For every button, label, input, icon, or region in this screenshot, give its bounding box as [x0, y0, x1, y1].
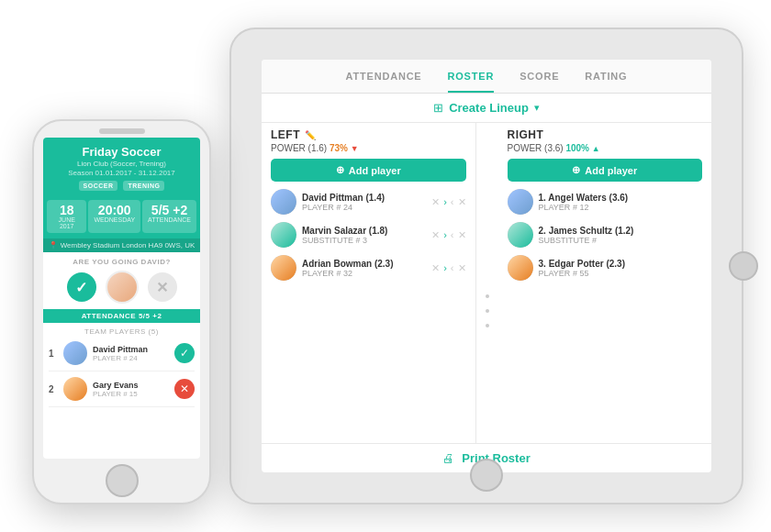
right-add-player-button[interactable]: ⊕ Add player — [508, 159, 703, 182]
roster-teams: LEFT ✏️ POWER (1.6) 73% ▼ ⊕ Add player — [262, 123, 711, 443]
left-player-1-avatar — [271, 189, 296, 215]
delete-left-3-icon[interactable]: ✕ — [458, 262, 466, 274]
left-player-3-name: Adrian Bowman (2.3) — [302, 259, 426, 269]
left-player-1-name: David Pittman (1.4) — [302, 193, 426, 203]
tablet-screen: ATTENDANCE ROSTER SCORE RATING ⊞ Create … — [262, 60, 711, 472]
phone-team-players: TEAM PLAYERS (5) 1 David Pittman PLAYER … — [43, 323, 200, 459]
left-add-player-button[interactable]: ⊕ Add player — [271, 159, 466, 182]
event-date-value: 18 — [52, 204, 81, 216]
right-team-name: RIGHT — [508, 128, 544, 141]
phone: Friday Soccer Lion Club (Soccer, Trening… — [32, 119, 211, 504]
right-power-pct: 100% — [565, 143, 589, 153]
left-add-player-icon: ⊕ — [336, 164, 344, 176]
left-power-pct: 73% — [330, 143, 348, 153]
phone-home-button[interactable] — [106, 464, 139, 497]
left-player-1: David Pittman (1.4) PLAYER # 24 ✕ › ‹ — [271, 189, 466, 215]
left-player-3-actions: ✕ › ‹ ✕ — [431, 262, 465, 274]
phone-player-2-num: 2 — [49, 384, 58, 394]
right-player-1-avatar — [508, 189, 533, 215]
right-power-arrow: ▲ — [592, 144, 600, 153]
edit-left-1-icon[interactable]: ‹ — [451, 196, 454, 207]
phone-player-1-info: David Pittman PLAYER # 24 — [93, 345, 169, 362]
delete-left-1-icon[interactable]: ✕ — [458, 196, 466, 208]
create-lineup-bar[interactable]: ⊞ Create Lineup ▾ — [262, 94, 711, 123]
lineup-label: Create Lineup — [449, 101, 529, 115]
delete-left-2-icon[interactable]: ✕ — [458, 229, 466, 241]
phone-player-1-avatar — [63, 341, 87, 365]
event-time-label: WEDNESDAY — [94, 216, 135, 223]
remove-left-1-icon[interactable]: ✕ — [431, 196, 440, 208]
right-player-2-role: SUBSTITUTE # — [539, 236, 703, 245]
phone-event-info: 18 JUNE 2017 20:00 WEDNESDAY 5/5 +2 ATTE… — [43, 196, 200, 238]
right-player-2: 2. James Schultz (1.2) SUBSTITUTE # — [508, 222, 703, 248]
chevron-down-icon: ▾ — [534, 102, 540, 114]
move-left-2-icon[interactable]: › — [443, 229, 447, 240]
left-team-name: LEFT — [271, 128, 300, 141]
going-yes-button[interactable]: ✓ — [67, 272, 96, 302]
phone-tags: SOCCER TRENING — [49, 181, 195, 191]
phone-player-2-avatar — [63, 377, 87, 401]
tablet-tabs: ATTENDANCE ROSTER SCORE RATING — [262, 60, 711, 94]
right-add-player-label: Add player — [585, 165, 637, 176]
right-player-1-name: 1. Angel Waters (3.6) — [539, 193, 703, 203]
right-player-1: 1. Angel Waters (3.6) PLAYER # 12 — [508, 189, 703, 215]
right-player-3-avatar — [508, 255, 533, 281]
phone-location: 📍 Wembley Stadium London HA9 0WS, UK — [43, 238, 200, 252]
right-player-1-info: 1. Angel Waters (3.6) PLAYER # 12 — [539, 193, 703, 212]
phone-subtitle-1: Lion Club (Soccer, Trening) — [49, 160, 195, 168]
print-icon: 🖨 — [442, 451, 454, 465]
remove-left-2-icon[interactable]: ✕ — [431, 229, 440, 241]
phone-player-1-name: David Pittman — [93, 345, 169, 354]
phone-player-1-num: 1 — [49, 349, 58, 359]
location-icon: 📍 — [49, 241, 58, 249]
edit-left-3-icon[interactable]: ‹ — [451, 262, 454, 273]
tablet-home-button[interactable] — [470, 459, 503, 492]
tab-rating[interactable]: RATING — [585, 71, 627, 93]
phone-player-row-1: 1 David Pittman PLAYER # 24 ✓ — [49, 341, 195, 371]
left-player-3-info: Adrian Bowman (2.3) PLAYER # 32 — [302, 259, 426, 278]
phone-header: Friday Soccer Lion Club (Soccer, Trening… — [43, 138, 200, 196]
phone-speaker — [99, 128, 145, 134]
tab-score[interactable]: SCORE — [520, 71, 559, 93]
lineup-icon: ⊞ — [433, 101, 443, 115]
phone-notch — [34, 121, 209, 138]
event-date-stat: 18 JUNE 2017 — [47, 200, 86, 233]
phone-player-row-2: 2 Gary Evans PLAYER # 15 ✕ — [49, 377, 195, 407]
event-date-label: JUNE 2017 — [52, 216, 81, 229]
left-player-2-info: Marvin Salazar (1.8) SUBSTITUTE # 3 — [302, 226, 426, 245]
edit-left-2-icon[interactable]: ‹ — [451, 229, 454, 240]
phone-player-2-info: Gary Evans PLAYER # 15 — [93, 381, 169, 398]
left-add-player-label: Add player — [349, 165, 401, 176]
right-player-3: 3. Edgar Potter (2.3) PLAYER # 55 — [508, 255, 703, 281]
remove-left-3-icon[interactable]: ✕ — [431, 262, 440, 274]
left-player-2-avatar — [271, 222, 296, 248]
phone-player-2-sub: PLAYER # 15 — [93, 390, 169, 398]
going-player-avatar — [106, 271, 139, 304]
phone-player-2-status: ✕ — [174, 379, 195, 399]
tablet-side-button[interactable] — [729, 251, 758, 281]
event-attendance-value: 5/5 +2 — [148, 204, 191, 216]
phone-app-title: Friday Soccer — [49, 145, 195, 159]
event-time-stat: 20:00 WEDNESDAY — [88, 200, 140, 233]
left-team-power: POWER (1.6) 73% ▼ — [271, 143, 466, 153]
left-player-3-role: PLAYER # 32 — [302, 269, 426, 278]
left-edit-icon[interactable]: ✏️ — [305, 130, 316, 140]
move-left-1-icon[interactable]: › — [443, 196, 447, 207]
tab-attendance[interactable]: ATTENDANCE — [346, 71, 422, 93]
move-left-3-icon[interactable]: › — [443, 262, 447, 273]
left-team-column: LEFT ✏️ POWER (1.6) 73% ▼ ⊕ Add player — [262, 123, 476, 443]
left-player-1-actions: ✕ › ‹ ✕ — [431, 196, 465, 208]
location-text: Wembley Stadium London HA9 0WS, UK — [61, 241, 196, 249]
right-add-player-icon: ⊕ — [572, 164, 580, 176]
going-no-button[interactable]: ✕ — [148, 272, 177, 302]
left-player-2-name: Marvin Salazar (1.8) — [302, 226, 426, 236]
right-player-2-avatar — [508, 222, 533, 248]
tab-roster[interactable]: ROSTER — [448, 71, 495, 93]
phone-subtitle-2: Season 01.01.2017 - 31.12.2017 — [49, 169, 195, 177]
left-player-1-role: PLAYER # 24 — [302, 203, 426, 212]
right-player-2-info: 2. James Schultz (1.2) SUBSTITUTE # — [539, 226, 703, 245]
roster-content: LEFT ✏️ POWER (1.6) 73% ▼ ⊕ Add player — [262, 123, 711, 472]
phone-screen: Friday Soccer Lion Club (Soccer, Trening… — [43, 138, 200, 459]
going-question: ARE YOU GOING DAVID? — [49, 258, 195, 266]
left-team-header: LEFT ✏️ — [271, 128, 466, 141]
